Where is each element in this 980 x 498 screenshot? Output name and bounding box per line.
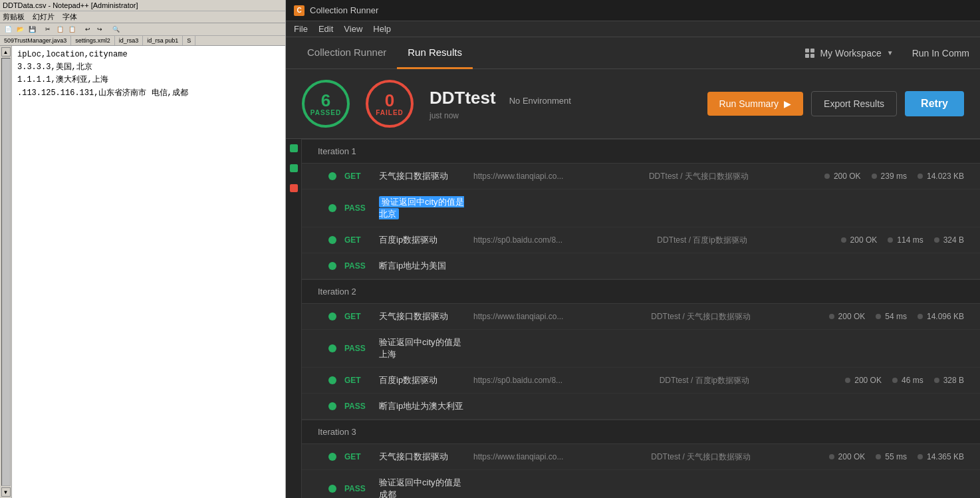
run-time: just now — [429, 111, 691, 120]
tab-collection-runner[interactable]: Collection Runner — [297, 37, 397, 69]
request-name: 天气接口数据驱动 — [379, 170, 465, 182]
status-dot — [328, 376, 336, 384]
scroll-track[interactable] — [1, 58, 11, 486]
assertion-name: 断言ip地址为美国 — [379, 260, 465, 272]
method-label: GET — [344, 235, 371, 245]
scroll-up-arrow[interactable]: ▲ — [1, 47, 11, 57]
code-line-4: .113.125.116.131,山东省济南市 电信,成都 — [17, 87, 280, 100]
collection-path: DDTtest / 百度ip数据驱动 — [657, 235, 832, 246]
request-metrics: 200 OK 114 ms 324 B — [841, 235, 964, 245]
np-titlebar: DDTData.csv - Notepad++ [Administrator] — [0, 0, 285, 11]
np-toolbar: 📄 📂 💾 ✂ 📋 📋 ↩ ↪ 🔍 — [0, 23, 285, 36]
retry-button[interactable]: Retry — [905, 91, 964, 116]
collection-path: DDTtest / 百度ip数据驱动 — [660, 375, 838, 386]
method-label: PASS — [344, 344, 371, 353]
table-row[interactable]: GET 天气接口数据驱动 https://www.tianqiapi.co...… — [302, 444, 980, 470]
window-title: Collection Runner — [310, 5, 378, 15]
failed-label: FAILED — [376, 109, 404, 116]
np-tool-copy[interactable]: 📋 — [55, 24, 65, 35]
request-metrics: 200 OK 239 ms 14.023 KB — [824, 172, 964, 181]
table-row[interactable]: GET 天气接口数据驱动 https://www.tianqiapi.co...… — [302, 164, 980, 189]
iteration-3-header: Iteration 3 — [302, 420, 980, 444]
menu-view[interactable]: View — [344, 24, 362, 34]
np-tool-paste[interactable]: 📋 — [66, 24, 77, 35]
collection-path: DDTtest / 天气接口数据驱动 — [651, 311, 820, 322]
env-label: No Environment — [509, 96, 571, 106]
passed-label: PASSED — [310, 109, 341, 116]
np-tool-save[interactable]: 💾 — [27, 24, 37, 35]
np-tab-5[interactable]: S — [183, 36, 195, 45]
status-dot — [328, 485, 336, 493]
app-icon: C — [294, 5, 305, 16]
np-menu-view[interactable]: 幻灯片 — [33, 12, 55, 22]
iteration-1-header: Iteration 1 — [302, 139, 980, 164]
export-results-button[interactable]: Export Results — [811, 91, 897, 116]
method-label: PASS — [344, 261, 371, 271]
status-dot — [328, 204, 336, 212]
passed-circle: 6 PASSED — [302, 80, 350, 128]
np-tab-1[interactable]: 509TrustManager.java3 — [0, 36, 71, 45]
table-row[interactable]: PASS 验证返回中city的值是北京 — [302, 189, 980, 227]
menu-help[interactable]: Help — [373, 24, 391, 34]
table-row[interactable]: PASS 验证返回中city的值是上海 — [302, 330, 980, 368]
method-label: GET — [344, 376, 371, 385]
request-metrics: 200 OK 55 ms 14.365 KB — [829, 452, 964, 461]
np-tab-2[interactable]: settings.xml2 — [71, 36, 115, 45]
run-info: DDTtest No Environment just now — [429, 88, 691, 120]
passed-count: 6 — [321, 92, 330, 109]
status-dot — [328, 402, 336, 410]
np-tab-3[interactable]: id_rsa3 — [115, 36, 144, 45]
tab-run-results[interactable]: Run Results — [397, 37, 473, 69]
menu-file[interactable]: File — [294, 24, 308, 34]
np-filetabs: 509TrustManager.java3 settings.xml2 id_r… — [0, 36, 285, 46]
chevron-down-icon: ▼ — [887, 49, 894, 57]
run-in-comm-label: Run In Comm — [912, 48, 969, 59]
run-summary-button[interactable]: Run Summary ▶ — [707, 92, 803, 116]
np-tool-open[interactable]: 📂 — [15, 24, 25, 35]
np-tool-undo[interactable]: ↩ — [82, 24, 93, 35]
np-content: ipLoc,location,cityname 3.3.3.3,美国,北京 1.… — [12, 46, 285, 498]
chevron-right-icon: ▶ — [784, 98, 791, 109]
request-url: https://www.tianqiapi.co... — [473, 312, 643, 321]
np-menu-format[interactable]: 字体 — [62, 12, 77, 22]
request-name: 天气接口数据驱动 — [379, 311, 465, 322]
np-tool-cut[interactable]: ✂ — [43, 24, 53, 35]
table-row[interactable]: GET 百度ip数据驱动 https://sp0.baidu.com/8... … — [302, 227, 980, 253]
results-area[interactable]: Iteration 1 GET 天气接口数据驱动 https://www.tia… — [302, 139, 980, 498]
status-dot — [328, 262, 336, 270]
np-tool-redo[interactable]: ↪ — [94, 24, 105, 35]
workspace-grid-icon — [805, 49, 814, 58]
table-row[interactable]: PASS 断言ip地址为澳大利亚 — [302, 394, 980, 420]
menu-edit[interactable]: Edit — [318, 24, 333, 34]
status-dot — [328, 236, 336, 244]
iteration-3-section: Iteration 3 GET 天气接口数据驱动 https://www.tia… — [302, 420, 980, 498]
request-url: https://sp0.baidu.com/8... — [473, 376, 652, 385]
collection-path: DDTtest / 天气接口数据驱动 — [649, 171, 816, 182]
table-row[interactable]: PASS 验证返回中city的值是成都 — [302, 470, 980, 498]
status-dot — [328, 344, 336, 352]
np-tool-search[interactable]: 🔍 — [110, 24, 121, 35]
np-tool-new[interactable]: 📄 — [3, 24, 13, 35]
np-menu-edit[interactable]: 剪贴板 — [3, 12, 25, 22]
window-titlebar: C Collection Runner — [286, 0, 980, 21]
table-row[interactable]: PASS 断言ip地址为美国 — [302, 253, 980, 279]
table-row[interactable]: GET 天气接口数据驱动 https://www.tianqiapi.co...… — [302, 304, 980, 330]
np-scrollbar[interactable]: ▲ ▼ — [0, 46, 12, 498]
request-metrics: 200 OK 46 ms 328 B — [845, 376, 964, 385]
status-dot — [328, 172, 336, 180]
np-tab-4[interactable]: id_rsa pub1 — [143, 36, 183, 45]
method-label: GET — [344, 172, 371, 181]
np-menubar: 剪贴板 幻灯片 字体 — [0, 11, 285, 23]
workspace-label: My Workspace — [820, 48, 881, 59]
assertion-name: 断言ip地址为澳大利亚 — [379, 400, 465, 412]
table-row[interactable]: GET 百度ip数据驱动 https://sp0.baidu.com/8... … — [302, 368, 980, 394]
scroll-down-arrow[interactable]: ▼ — [1, 487, 11, 497]
results-sidebar — [286, 139, 302, 498]
workspace-selector[interactable]: My Workspace ▼ — [797, 44, 901, 62]
run-actions: Run Summary ▶ Export Results Retry — [707, 91, 964, 116]
request-metrics: 200 OK 54 ms 14.096 KB — [829, 312, 964, 321]
request-name: 百度ip数据驱动 — [379, 234, 465, 246]
failed-count: 0 — [385, 92, 394, 109]
request-url: https://sp0.baidu.com/8... — [473, 235, 649, 245]
assertion-name: 验证返回中city的值是上海 — [379, 336, 465, 360]
